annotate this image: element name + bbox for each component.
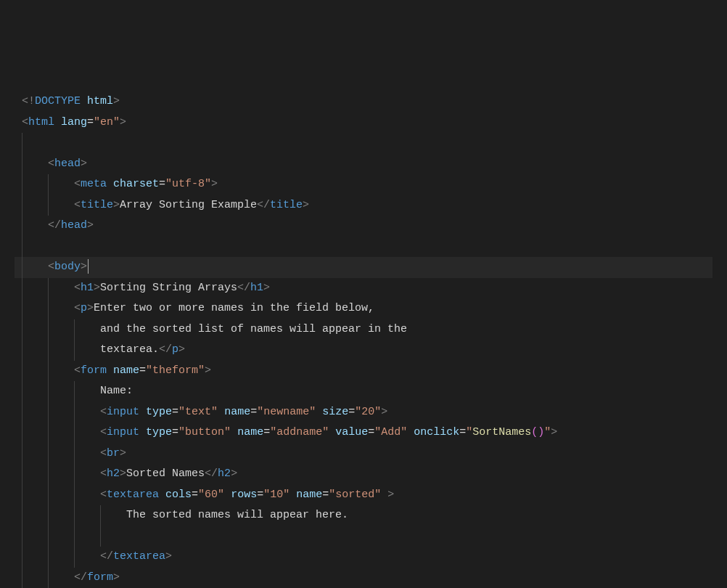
code-line[interactable]: Name: bbox=[15, 381, 712, 402]
line-content: The sorted names will appear here. bbox=[15, 505, 348, 526]
token: "20" bbox=[355, 406, 381, 418]
token: " bbox=[544, 426, 551, 438]
line-content: <textarea cols="60" rows="10" name="sort… bbox=[15, 485, 394, 506]
code-line[interactable]: </textarea> bbox=[15, 547, 712, 568]
token: html bbox=[28, 116, 54, 128]
token: "utf-8" bbox=[165, 178, 211, 190]
code-line[interactable]: <input type="button" name="addname" valu… bbox=[15, 422, 712, 444]
token: type bbox=[146, 406, 172, 418]
code-line[interactable]: <!DOCTYPE html> bbox=[15, 91, 712, 113]
token: value bbox=[335, 426, 368, 438]
code-line[interactable]: </form> bbox=[15, 568, 712, 589]
token: > bbox=[81, 158, 87, 170]
token: Enter two or more names in the field bel… bbox=[94, 302, 374, 314]
code-line[interactable]: <title>Array Sorting Example</title> bbox=[15, 195, 712, 216]
token: name bbox=[237, 426, 263, 438]
token: lang bbox=[61, 116, 87, 128]
text-cursor bbox=[88, 259, 89, 274]
token: = bbox=[172, 426, 178, 438]
code-line[interactable]: The sorted names will appear here. bbox=[15, 505, 712, 526]
token: > bbox=[113, 571, 120, 584]
token: "en" bbox=[94, 116, 120, 128]
code-line[interactable]: <p>Enter two or more names in the field … bbox=[15, 298, 712, 319]
token: textarea bbox=[107, 489, 159, 501]
code-line[interactable]: <head> bbox=[15, 154, 712, 175]
token: head bbox=[54, 158, 81, 170]
token bbox=[289, 489, 296, 501]
token bbox=[231, 426, 237, 438]
token bbox=[316, 406, 322, 418]
token: h1 bbox=[250, 282, 263, 294]
code-line[interactable]: textarea.</p> bbox=[15, 340, 712, 361]
token: < bbox=[100, 426, 107, 438]
line-content: <body> bbox=[15, 257, 89, 278]
code-line[interactable]: <form name="theform"> bbox=[15, 361, 712, 382]
token: = bbox=[459, 426, 466, 438]
token: < bbox=[48, 261, 54, 273]
line-content: <meta charset="utf-8"> bbox=[15, 174, 218, 195]
token: < bbox=[74, 199, 81, 211]
token: = bbox=[87, 116, 94, 128]
code-line[interactable]: <textarea cols="60" rows="10" name="sort… bbox=[15, 485, 712, 506]
code-line[interactable]: <h1>Sorting String Arrays</h1> bbox=[15, 278, 712, 299]
token: < bbox=[74, 178, 81, 190]
code-line[interactable] bbox=[15, 133, 712, 154]
indent-guide bbox=[22, 526, 22, 547]
token bbox=[139, 406, 146, 418]
token: <! bbox=[22, 95, 35, 107]
line-content: Name: bbox=[15, 381, 133, 402]
token: = bbox=[322, 489, 329, 501]
token: title bbox=[270, 199, 303, 211]
token: "text" bbox=[178, 406, 218, 418]
token: > bbox=[94, 282, 100, 294]
code-line[interactable]: <body> bbox=[15, 257, 712, 278]
token: > bbox=[211, 178, 218, 190]
token: </ bbox=[100, 550, 113, 563]
token: form bbox=[81, 364, 107, 377]
token: h2 bbox=[218, 467, 231, 480]
token: "button" bbox=[178, 426, 231, 438]
token: type bbox=[146, 426, 172, 438]
code-line[interactable] bbox=[15, 526, 712, 547]
token: > bbox=[120, 447, 126, 460]
token: input bbox=[107, 426, 139, 438]
token: "10" bbox=[263, 489, 289, 501]
token: > bbox=[205, 364, 211, 377]
token: > bbox=[120, 116, 126, 128]
token: name bbox=[113, 364, 139, 377]
code-line[interactable]: <html lang="en"> bbox=[15, 113, 712, 134]
line-content: <form name="theform"> bbox=[15, 361, 211, 382]
token: > bbox=[165, 550, 172, 563]
token: Name: bbox=[100, 385, 133, 397]
token: size bbox=[322, 406, 348, 418]
line-content: <html lang="en"> bbox=[15, 113, 126, 134]
code-line[interactable]: <br> bbox=[15, 444, 712, 465]
line-content: <input type="text" name="newname" size="… bbox=[15, 402, 387, 423]
line-content: </textarea> bbox=[15, 547, 172, 568]
code-line[interactable]: and the sorted list of names will appear… bbox=[15, 319, 712, 340]
code-line[interactable]: <h2>Sorted Names</h2> bbox=[15, 464, 712, 485]
token: head bbox=[61, 219, 87, 232]
token: Sorted Names bbox=[126, 467, 205, 480]
token: > bbox=[381, 406, 387, 418]
token: () bbox=[531, 426, 544, 438]
token: > bbox=[387, 489, 394, 501]
code-line[interactable]: <input type="text" name="newname" size="… bbox=[15, 402, 712, 423]
token: = bbox=[192, 489, 198, 501]
code-line[interactable]: <meta charset="utf-8"> bbox=[15, 174, 712, 195]
code-line[interactable] bbox=[15, 237, 712, 258]
token: cols bbox=[165, 489, 192, 501]
token: "newname" bbox=[257, 406, 316, 418]
token: > bbox=[87, 219, 94, 232]
code-editor[interactable]: <!DOCTYPE html><html lang="en"><head><me… bbox=[15, 91, 712, 588]
token: > bbox=[551, 426, 557, 438]
token: html bbox=[87, 95, 113, 107]
line-content: <h2>Sorted Names</h2> bbox=[15, 464, 237, 485]
token bbox=[381, 489, 387, 501]
code-line[interactable]: </head> bbox=[15, 216, 712, 237]
line-content: and the sorted list of names will appear… bbox=[15, 319, 407, 340]
token: = bbox=[159, 178, 165, 190]
token: < bbox=[22, 116, 28, 128]
token: "Add" bbox=[374, 426, 407, 438]
token: > bbox=[113, 95, 120, 107]
